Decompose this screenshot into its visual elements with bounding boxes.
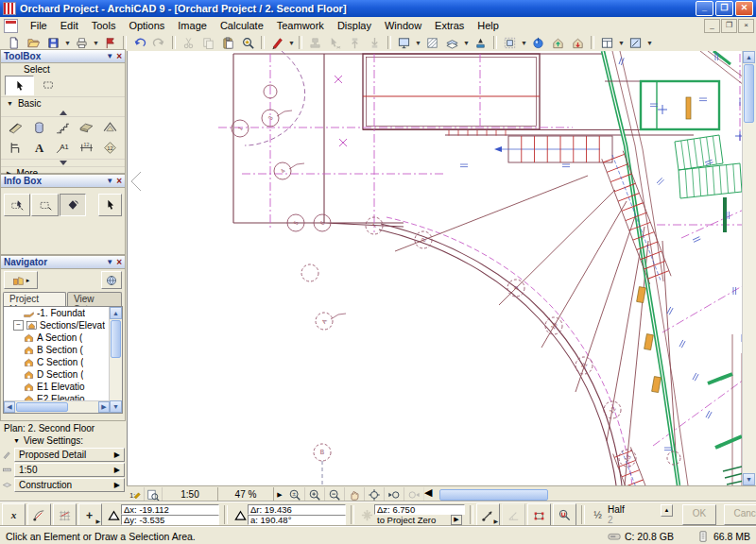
preview-options-button[interactable] — [145, 487, 163, 502]
tool-zone-button[interactable]: 12 — [98, 138, 122, 158]
tool-column-button[interactable] — [27, 118, 51, 138]
zoom-box-button[interactable]: ± — [285, 487, 305, 502]
menu-help[interactable]: Help — [471, 18, 506, 33]
display-options-button[interactable] — [394, 34, 414, 52]
markup-pen-button[interactable] — [267, 34, 287, 52]
tree-scroll-up-icon[interactable]: ▲ — [110, 307, 122, 319]
tool-slab-button[interactable] — [75, 118, 98, 138]
tree-item[interactable]: D Section ( — [4, 368, 122, 381]
basic-section-header[interactable]: ▼ Basic — [1, 96, 125, 110]
quick-options-button[interactable]: 1: — [127, 487, 145, 502]
pan-button[interactable] — [345, 487, 365, 502]
delta-z-field[interactable]: Δz: 6.750 — [374, 504, 465, 515]
mdi-minimize-button[interactable]: _ — [704, 19, 720, 33]
view-scale-button[interactable]: 1:50▶ — [14, 463, 125, 477]
previous-zoom-button[interactable] — [385, 487, 404, 502]
relative-coordinates-button[interactable]: ▶ — [476, 503, 500, 526]
divider-icon[interactable]: ½ — [590, 504, 605, 525]
tree-scrollbar-thumb[interactable] — [111, 320, 121, 358]
zoom-out-button[interactable] — [325, 487, 345, 502]
canvas-scroll-up-icon[interactable]: ▲ — [743, 51, 755, 63]
grid-bubble[interactable]: 1 — [232, 120, 249, 137]
grid-bubble[interactable]: 3 — [262, 110, 292, 127]
marquee-tool-button[interactable] — [34, 76, 61, 94]
grid-snap-button[interactable] — [53, 503, 77, 526]
new-window-dropdown-icon[interactable]: ▼ — [617, 35, 626, 51]
document-window-icon[interactable] — [4, 19, 18, 33]
grid-bubble[interactable]: A — [316, 313, 346, 330]
teamwork-info-button[interactable] — [528, 34, 548, 52]
navigator-flyout-icon[interactable]: ▼ — [106, 258, 113, 266]
toolbox-header[interactable]: ToolBox ▼ × — [1, 50, 125, 63]
group-elements-button[interactable] — [500, 34, 520, 52]
tool-wall-button[interactable] — [4, 118, 27, 138]
delta-icon[interactable] — [232, 504, 248, 525]
grid-bubble[interactable]: 11 — [576, 357, 593, 374]
delta-icon[interactable] — [106, 504, 121, 525]
floor-plan-drawing[interactable]: 1345678910111213AB — [128, 51, 744, 485]
origin-button[interactable]: x — [2, 503, 26, 526]
pen-sets-button[interactable] — [471, 34, 490, 52]
tree-item[interactable]: B Section ( — [4, 344, 122, 356]
arrow-tool-button[interactable] — [5, 76, 34, 95]
tree-item[interactable]: C Section ( — [4, 356, 122, 368]
current-tool-button[interactable] — [98, 194, 122, 216]
toolbox-close-icon[interactable]: × — [116, 52, 122, 60]
tree-hscrollbar-thumb[interactable] — [16, 402, 68, 412]
menu-teamwork[interactable]: Teamwork — [270, 18, 331, 33]
edit-nodes-button[interactable] — [527, 503, 551, 526]
selection-settings-button[interactable] — [4, 194, 30, 216]
toolbox-scroll-up[interactable] — [1, 110, 125, 116]
quick-layers-dropdown-icon[interactable]: ▼ — [462, 35, 471, 51]
menu-calculate[interactable]: Calculate — [214, 18, 270, 33]
drawing-area[interactable]: 1345678910111213AB ▲ ▼ — [127, 51, 756, 485]
tree-item[interactable]: −Sections/Elevat — [4, 319, 122, 332]
canvas-horizontal-scrollbar[interactable]: ◀ ▶ — [424, 486, 756, 502]
zoom-in-button[interactable] — [305, 487, 325, 502]
tree-horizontal-scrollbar[interactable]: ◀ ▶ — [4, 400, 110, 413]
new-window-button[interactable] — [597, 34, 617, 52]
navigator-header[interactable]: Navigator ▼ × — [1, 256, 125, 269]
construction-button[interactable]: Construction▶ — [14, 478, 125, 492]
publisher-button[interactable] — [101, 271, 122, 289]
fit-in-window-button[interactable] — [365, 487, 385, 502]
restore-button[interactable]: ❐ — [715, 1, 733, 16]
title-bar[interactable]: Orchard Project - ArchiCAD 9 - [Orchard … — [0, 0, 756, 17]
markup-pen-dropdown-icon[interactable]: ▼ — [287, 35, 296, 51]
close-button[interactable]: ✕ — [735, 1, 753, 16]
menu-window[interactable]: Window — [378, 18, 428, 33]
menu-file[interactable]: File — [24, 18, 54, 33]
infobox-header[interactable]: Info Box ▼ × — [1, 175, 125, 188]
canvas-scroll-down-icon[interactable]: ▼ — [743, 473, 755, 485]
mdi-restore-button[interactable]: ❐ — [721, 19, 737, 33]
canvas-hscrollbar-thumb[interactable] — [439, 489, 548, 501]
grid-bubble[interactable]: 12 — [604, 401, 621, 418]
delta-y-field[interactable]: Δy: -3.535 — [121, 515, 219, 525]
toolbox-flyout-icon[interactable]: ▼ — [106, 52, 113, 60]
grid-bubble[interactable]: 4 — [274, 162, 304, 179]
grid-bubble[interactable]: B — [314, 444, 331, 461]
delta-x-field[interactable]: Δx: -19.112 — [121, 504, 219, 515]
grid-bubble[interactable] — [301, 264, 318, 281]
divider-value[interactable]: Half — [608, 504, 661, 515]
marquee-settings-button[interactable] — [31, 194, 58, 216]
tool-stair-button[interactable] — [51, 118, 75, 138]
tree-scroll-left-icon[interactable]: ◀ — [4, 401, 15, 413]
tree-item[interactable]: E1 Elevatio — [4, 381, 122, 393]
cursor-snap-button[interactable] — [553, 503, 576, 526]
delta-r-field[interactable]: Δr: 19.436 — [248, 504, 346, 515]
tree-item[interactable]: -1. Foundat — [4, 307, 122, 319]
divider-spin-icon[interactable]: ▲ — [661, 504, 673, 517]
infobox-close-icon[interactable]: × — [116, 177, 122, 185]
toolbox-scroll-down[interactable] — [1, 160, 125, 166]
angle-field[interactable]: a: 190.48° — [248, 515, 346, 525]
tool-dimension-button[interactable]: 12 — [75, 138, 98, 158]
mdi-close-button[interactable]: × — [738, 19, 754, 33]
bearing-button[interactable] — [27, 503, 51, 526]
tree-item[interactable]: A Section ( — [4, 332, 122, 344]
menu-tools[interactable]: Tools — [85, 18, 123, 33]
zoom-percent-button[interactable]: 47 % — [218, 487, 274, 502]
tool-object-button[interactable] — [4, 138, 27, 158]
navigator-toggle-button[interactable] — [626, 34, 645, 52]
menu-edit[interactable]: Edit — [54, 18, 85, 33]
